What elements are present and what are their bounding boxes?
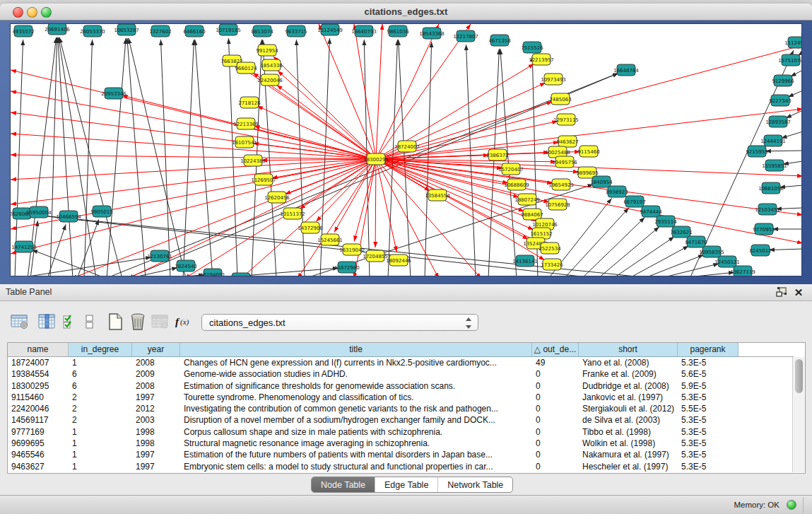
graph-node[interactable]: 9129966	[772, 75, 794, 86]
graph-node[interactable]: 8471670	[685, 236, 707, 247]
graph-node[interactable]: 6466160	[183, 25, 205, 37]
graph-node[interactable]: 8245012	[749, 245, 771, 256]
graph-node[interactable]: 20691406	[45, 24, 70, 35]
graph-node[interactable]: 16107541	[232, 136, 257, 148]
graph-node[interactable]: 10688609	[504, 179, 529, 190]
graph-edge[interactable]	[769, 249, 802, 250]
graph-node[interactable]: 9912954	[256, 45, 278, 56]
table-row[interactable]: 1456911722003Disruption of a novel membe…	[8, 414, 794, 426]
graph-edge[interactable]	[786, 110, 802, 118]
graph-edge[interactable]	[781, 132, 802, 138]
graph-node[interactable]: 12093587	[765, 116, 791, 127]
graph-node[interactable]: 13627119	[730, 266, 755, 276]
graph-edge[interactable]	[488, 49, 499, 276]
graph-edge[interactable]	[765, 151, 802, 151]
graph-node[interactable]: 9633715	[285, 25, 307, 37]
graph-node[interactable]: 9227343	[769, 95, 791, 106]
column-header-in_degree[interactable]: in_degree	[69, 343, 132, 357]
graph-edge[interactable]	[376, 24, 471, 159]
table-row[interactable]: 969969511998Structural magnetic resonanc…	[8, 438, 794, 449]
function-icon[interactable]: f (x)	[172, 311, 194, 332]
graph-node[interactable]: 18300295	[363, 153, 389, 165]
graph-node[interactable]: 2935114	[654, 216, 677, 227]
graph-node[interactable]: 13584554	[425, 189, 450, 201]
graph-node[interactable]: 7632621	[670, 226, 692, 238]
tab-node-table[interactable]: Node Table	[312, 477, 375, 492]
graph-node[interactable]: 18543368	[419, 28, 445, 39]
graph-node[interactable]: 18092446	[386, 255, 411, 266]
graph-node[interactable]: 12213369	[233, 118, 259, 129]
close-panel-icon[interactable]: ✕	[792, 286, 805, 298]
graph-node[interactable]: 15720407	[498, 163, 524, 175]
table-row[interactable]: 911546021997Tourette syndrome. Phenomeno…	[8, 392, 794, 403]
graph-node[interactable]: 16194091	[200, 269, 225, 276]
graph-node[interactable]: 12217807	[453, 30, 478, 42]
table-selector-dropdown[interactable]: citations_edges.txt	[201, 314, 478, 331]
graph-node[interactable]: 2386372	[486, 149, 508, 160]
graph-node[interactable]: 10466594	[56, 211, 81, 222]
graph-node[interactable]: 10719185	[216, 24, 241, 35]
graph-node[interactable]: 7515526	[521, 42, 543, 53]
row-height-icon[interactable]	[79, 311, 100, 332]
show-column-icon[interactable]	[37, 311, 58, 332]
graph-edge[interactable]	[129, 38, 186, 276]
graph-node[interactable]: 14136141	[512, 255, 538, 267]
graph-node[interactable]: 9215955	[746, 146, 767, 157]
column-header-name[interactable]: name	[8, 343, 69, 357]
graph-edge[interactable]	[11, 91, 376, 159]
graph-node[interactable]: 10224381	[240, 155, 266, 166]
table-settings-icon[interactable]	[9, 311, 30, 332]
graph-edge[interactable]	[659, 264, 719, 276]
column-header-year[interactable]: year	[132, 343, 180, 357]
graph-edge[interactable]	[375, 159, 376, 247]
graph-node[interactable]: 9861036	[387, 25, 409, 37]
graph-node[interactable]: 11124940	[784, 37, 802, 48]
graph-node[interactable]: 17204855	[363, 250, 388, 262]
graph-node[interactable]: 14372906	[298, 222, 323, 233]
graph-edge[interactable]	[598, 227, 659, 276]
table-scrollbar-thumb[interactable]	[795, 359, 803, 393]
graph-edge[interactable]	[425, 42, 432, 276]
graph-edge[interactable]	[107, 38, 126, 276]
graph-node[interactable]: 19654923	[548, 179, 574, 190]
table-row[interactable]: 1938455462009Genome-wide association stu…	[8, 368, 794, 380]
graph-edge[interactable]	[11, 112, 376, 159]
column-header-title[interactable]: title	[180, 343, 532, 357]
graph-node[interactable]: 7824540	[175, 260, 196, 271]
graph-node[interactable]: 15950004	[26, 206, 52, 218]
graph-node[interactable]: 16640793	[351, 25, 377, 37]
graph-node[interactable]: 15245661	[317, 234, 343, 245]
graph-node[interactable]: 12620456	[264, 192, 290, 203]
graph-node[interactable]: 10973493	[541, 74, 566, 85]
graph-node[interactable]: 1327602	[149, 25, 171, 37]
graph-node[interactable]: 12103451	[755, 204, 780, 215]
table-row[interactable]: 946554611997Estimation of the future num…	[8, 449, 794, 460]
select-rows-icon[interactable]	[59, 311, 81, 332]
graph-node[interactable]: 13151372	[280, 208, 305, 219]
graph-node[interactable]: 11269507	[251, 174, 276, 185]
column-header-out_de[interactable]: △ out_de...	[532, 343, 579, 357]
graph-node[interactable]: 9463627	[556, 136, 578, 147]
graph-edge[interactable]	[354, 24, 376, 159]
graph-node[interactable]: 2718126	[238, 97, 261, 108]
table-row[interactable]: 1872400712008Changes of HCN gene express…	[8, 357, 794, 368]
graph-node[interactable]: 10653287	[114, 24, 139, 35]
tab-edge-table[interactable]: Edge Table	[375, 477, 438, 492]
graph-node[interactable]: 10681056	[758, 182, 784, 194]
graph-edge[interactable]	[273, 56, 376, 159]
citation-network-graph[interactable]: 4935572206914062605337010653287132760264…	[11, 24, 802, 276]
graph-node[interactable]: 12973115	[553, 114, 579, 125]
graph-node[interactable]: 15595851	[762, 160, 787, 171]
column-header-short[interactable]: short	[579, 343, 678, 357]
graph-edge[interactable]	[160, 40, 170, 276]
table-scrollbar[interactable]	[792, 357, 805, 472]
graph-node[interactable]: 9115460	[577, 146, 599, 157]
graph-node[interactable]: 22420046	[257, 74, 283, 86]
graph-node[interactable]: 12130761	[147, 250, 172, 262]
graph-node[interactable]: 14741203	[11, 241, 37, 252]
table-row[interactable]: 1830029562008Estimation of significance …	[8, 380, 794, 392]
new-file-icon[interactable]	[105, 311, 126, 332]
graph-edge[interactable]	[376, 45, 802, 159]
graph-node[interactable]: 8938923	[606, 186, 628, 197]
graph-edge[interactable]	[628, 246, 688, 276]
